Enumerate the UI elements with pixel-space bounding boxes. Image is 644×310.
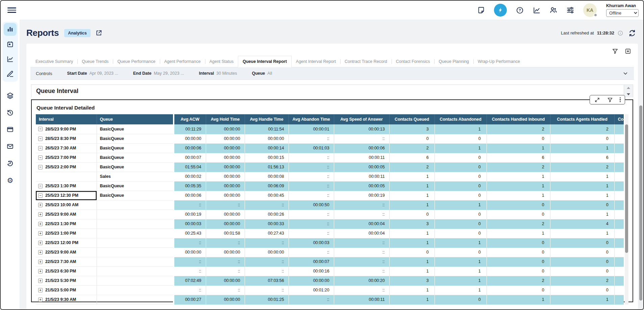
tab-queue-performance[interactable]: Queue Performance [113, 56, 160, 67]
users-icon[interactable] [549, 6, 558, 14]
interval-cell[interactable]: +25/5/23 10:00 AM [36, 200, 97, 210]
clipped-cell [614, 247, 624, 257]
interval-cell[interactable]: −26/5/23 7:30 AM [36, 143, 97, 153]
control-start-date[interactable]: Start DateApr 09, 2023 ... [67, 71, 118, 76]
tab-queue-interval-report[interactable]: Queue Interval Report [238, 56, 292, 67]
expand-row-icon[interactable]: + [38, 297, 43, 302]
expand-row-icon[interactable]: + [38, 288, 43, 292]
column-header-contacts-handled-inbound[interactable]: Contacts Handled Inbound [487, 114, 550, 124]
tab-agent-performance[interactable]: Agent Performance [160, 56, 205, 67]
filter-icon[interactable] [612, 48, 618, 54]
control-end-date[interactable]: End DateMay 29, 2023 ... [133, 71, 184, 76]
sidebar-item-layers[interactable] [4, 89, 17, 102]
table-scrollbar[interactable] [625, 114, 628, 305]
sidebar-item-calendar[interactable] [4, 38, 17, 51]
column-header-contacts-queued[interactable]: Contacts Queued [389, 114, 435, 124]
interval-cell[interactable]: −28/5/23 9:00 PM [36, 124, 97, 134]
sidebar-item-design[interactable] [4, 68, 17, 80]
download-icon[interactable] [624, 48, 631, 54]
expand-row-icon[interactable]: + [38, 203, 43, 207]
interval-cell[interactable] [36, 172, 97, 181]
scroll-up-button[interactable] [624, 85, 633, 91]
column-header-avg-handle-time[interactable]: Avg Handle Time [245, 114, 289, 124]
collapse-row-icon[interactable]: − [38, 184, 43, 188]
expand-row-icon[interactable]: + [38, 250, 43, 255]
interval-cell[interactable]: −28/5/23 8:30 PM [36, 134, 97, 143]
value-cell: 3 [389, 219, 435, 229]
collapse-row-icon[interactable]: − [38, 127, 43, 131]
interval-cell-selected[interactable]: −25/5/23 12:30 PM [36, 191, 97, 200]
interval-cell[interactable]: +22/5/23 1:00 PM [36, 229, 97, 238]
settings-sliders-icon[interactable] [566, 6, 574, 14]
sidebar-item-window[interactable] [4, 123, 17, 136]
filter-visual-icon[interactable] [606, 96, 614, 104]
tab-contact-forensics[interactable]: Contact Forensics [392, 56, 435, 67]
help-icon[interactable]: ? [516, 6, 524, 14]
expand-row-icon[interactable]: + [38, 222, 43, 226]
interval-cell[interactable]: +21/5/23 5:00 PM [36, 285, 97, 295]
control-interval[interactable]: Interval30 Minutes [199, 71, 237, 76]
collapse-row-icon[interactable]: − [38, 137, 43, 141]
column-header-avg-speed-of-answer[interactable]: Avg Speed of Answer [334, 114, 389, 124]
column-header-avg-abandon-time[interactable]: Avg Abandon Time [289, 114, 334, 124]
sidebar-item-settings[interactable]: ⚙ [4, 174, 17, 187]
sidebar-item-trends[interactable] [4, 53, 17, 66]
interval-cell[interactable]: +21/5/23 6:30 PM [36, 266, 97, 276]
interval-cell[interactable]: −25/5/23 2:00 PM [36, 162, 97, 172]
control-queue[interactable]: QueueAll [252, 71, 272, 76]
tab-queue-trends[interactable]: Queue Trends [77, 56, 113, 67]
collapse-row-icon[interactable]: − [38, 146, 43, 150]
tab-executive-summary[interactable]: Executive Summary [31, 56, 77, 67]
quick-actions-button[interactable] [494, 4, 507, 17]
sidebar-item-mail[interactable] [4, 140, 17, 153]
expand-row-icon[interactable]: + [38, 231, 43, 236]
refresh-icon[interactable] [628, 29, 636, 37]
collapse-row-icon[interactable]: − [38, 156, 43, 160]
column-header-avg-acw[interactable]: Avg ACW [174, 114, 206, 124]
interval-cell[interactable]: −25/5/23 1:30 PM [36, 181, 97, 191]
tab-agent-interval-report[interactable]: Agent Interval Report [292, 56, 340, 67]
column-header-avg-hold-time[interactable]: Avg Hold Time [206, 114, 245, 124]
section-title: Queue Interval [36, 88, 78, 95]
tab-wrap-up-performance[interactable]: Wrap-Up Performance [473, 56, 524, 67]
sidebar-item-reports[interactable] [4, 23, 17, 36]
interval-cell[interactable]: +21/5/23 9:30 AM [36, 295, 97, 304]
external-link-icon[interactable] [95, 29, 102, 37]
expand-row-icon[interactable]: + [38, 279, 43, 283]
info-icon[interactable]: i [617, 30, 623, 36]
expand-row-icon[interactable]: + [38, 241, 43, 245]
interval-cell[interactable]: +21/5/23 5:30 PM [36, 276, 97, 285]
column-header-queue[interactable]: Queue [97, 114, 174, 124]
interval-cell[interactable]: +22/5/23 12:00 PM [36, 238, 97, 247]
expand-icon[interactable] [593, 96, 601, 104]
interval-cell[interactable]: +22/5/23 7:30 AM [36, 257, 97, 266]
column-header-contacts-abandoned[interactable]: Contacts Abandoned [435, 114, 487, 124]
analytics-icon[interactable] [532, 6, 541, 14]
value-cell: 0 [435, 229, 487, 238]
column-header-co[interactable]: Co [614, 114, 624, 124]
sidebar-item-history[interactable] [4, 106, 17, 119]
sidebar-item-pie[interactable] [4, 157, 17, 170]
collapse-row-icon[interactable]: − [38, 165, 43, 169]
column-header-contacts-agents-handled[interactable]: Contacts Agents Handled [550, 114, 614, 124]
status-select[interactable]: Offline [606, 9, 639, 17]
interval-cell[interactable]: +22/5/23 1:30 PM [36, 219, 97, 229]
more-options-icon[interactable] [619, 97, 621, 103]
collapse-row-icon[interactable]: − [38, 193, 43, 198]
page-scrollbar[interactable] [639, 105, 643, 308]
interval-cell[interactable]: +25/5/23 9:00 AM [36, 210, 97, 219]
tab-contract-trace-record[interactable]: Contract Trace Record [340, 56, 392, 67]
tab-agent-status[interactable]: Agent Status [205, 56, 238, 67]
scroll-down-button[interactable] [624, 91, 633, 98]
chevron-down-icon[interactable] [622, 70, 628, 76]
expand-row-icon[interactable]: + [38, 269, 43, 273]
interval-cell[interactable]: −25/5/23 7:00 PM [36, 153, 97, 162]
expand-row-icon[interactable]: + [38, 212, 43, 217]
menu-icon[interactable] [7, 6, 16, 15]
avatar[interactable]: KA [583, 3, 597, 17]
tab-queue-planning[interactable]: Queue Planning [434, 56, 473, 67]
expand-row-icon[interactable]: + [38, 260, 43, 264]
column-header-interval[interactable]: Interval [36, 114, 97, 124]
notes-icon[interactable] [477, 6, 485, 14]
interval-cell[interactable]: +22/5/23 9:00 AM [36, 247, 97, 257]
